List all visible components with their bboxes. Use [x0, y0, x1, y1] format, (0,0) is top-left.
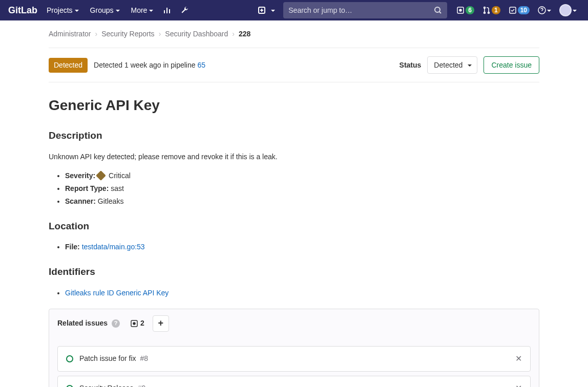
description-text: Unknown API key detected; please remove … — [49, 152, 539, 162]
user-menu[interactable] — [556, 3, 580, 17]
analytics-icon[interactable] — [159, 2, 176, 18]
help-dropdown[interactable] — [535, 5, 554, 15]
issue-id: #8 — [140, 353, 149, 364]
issue-icon — [456, 6, 465, 14]
nav-more[interactable]: More — [126, 2, 159, 19]
svg-point-3 — [459, 9, 461, 11]
report-type-item: Report Type: sast — [65, 183, 539, 194]
issue-open-icon — [66, 355, 73, 362]
severity-item: Severity: Critical — [65, 170, 539, 181]
nav-projects[interactable]: Projects — [41, 2, 84, 19]
mr-counter[interactable]: 1 — [479, 5, 503, 15]
issue-open-icon — [66, 385, 73, 388]
identifier-item: Gitleaks rule ID Generic API Key — [65, 288, 539, 298]
svg-point-1 — [435, 7, 440, 12]
issue-id: #9 — [138, 383, 146, 387]
mr-badge: 1 — [492, 6, 500, 14]
identifiers-heading: Identifiers — [49, 265, 539, 280]
todo-badge: 10 — [518, 6, 530, 14]
crumb-current: 228 — [239, 29, 250, 39]
issue-icon — [130, 319, 138, 328]
related-issue-row[interactable]: Patch issue for fix #8 ✕ — [57, 346, 531, 372]
related-count: 2 — [130, 318, 144, 329]
page-title: Generic API Key — [49, 95, 539, 116]
todo-icon — [509, 6, 517, 14]
issue-title: Patch issue for fix — [79, 353, 136, 364]
search-icon — [434, 6, 442, 14]
chevron-down-icon — [468, 64, 472, 67]
file-item: File: testdata/main.go:53 — [65, 242, 539, 252]
avatar — [559, 4, 572, 16]
scanner-item: Scanner: Gitleaks — [65, 196, 539, 207]
identifier-link[interactable]: Gitleaks rule ID Generic API Key — [65, 289, 169, 297]
status-header: Detected Detected 1 week ago in pipeline… — [49, 48, 539, 82]
nav-groups[interactable]: Groups — [85, 2, 125, 19]
remove-related-button[interactable]: ✕ — [515, 382, 522, 388]
issue-title: Security Release — [79, 383, 134, 387]
location-heading: Location — [49, 219, 539, 234]
question-icon — [538, 6, 546, 14]
severity-critical-icon — [96, 170, 106, 181]
create-issue-button[interactable]: Create issue — [484, 56, 539, 74]
chevron-down-icon — [573, 10, 577, 12]
file-link[interactable]: testdata/main.go:53 — [82, 243, 145, 251]
related-issue-row[interactable]: Security Release #9 ✕ — [57, 376, 531, 388]
todo-counter[interactable]: 10 — [506, 5, 533, 15]
search-input[interactable] — [288, 6, 434, 14]
status-dropdown[interactable]: Detected — [427, 56, 477, 74]
chevron-down-icon — [271, 10, 275, 12]
crumb-admin[interactable]: Administrator — [49, 29, 91, 39]
svg-point-10 — [133, 322, 135, 325]
add-related-button[interactable]: + — [153, 315, 169, 332]
crumb-dashboard[interactable]: Security Dashboard — [165, 29, 228, 39]
related-issues-panel: Related issues ? 2 + Patch issue for fix… — [49, 309, 539, 388]
issues-counter[interactable]: 6 — [453, 5, 477, 15]
help-icon[interactable]: ? — [112, 319, 120, 328]
top-navbar: GitLab Projects Groups More 6 1 10 — [0, 0, 588, 20]
status-label: Status — [400, 60, 422, 71]
chevron-down-icon — [75, 10, 79, 12]
description-heading: Description — [49, 128, 539, 143]
gitlab-logo[interactable]: GitLab — [8, 4, 37, 17]
new-dropdown[interactable] — [254, 2, 275, 18]
wrench-icon[interactable] — [177, 2, 193, 18]
chevron-down-icon — [149, 10, 153, 12]
plus-icon — [254, 2, 270, 18]
chevron-down-icon — [547, 10, 551, 12]
remove-related-button[interactable]: ✕ — [515, 353, 522, 365]
merge-request-icon — [482, 6, 491, 14]
status-chip: Detected — [49, 58, 88, 73]
related-title: Related issues — [57, 318, 108, 329]
status-text: Detected 1 week ago in pipeline 65 — [94, 60, 205, 71]
chevron-down-icon — [116, 10, 120, 12]
global-search[interactable] — [283, 2, 447, 18]
crumb-reports[interactable]: Security Reports — [101, 29, 154, 39]
pipeline-link[interactable]: 65 — [197, 61, 205, 69]
breadcrumb: Administrator› Security Reports› Securit… — [49, 20, 539, 48]
issues-badge: 6 — [466, 6, 474, 14]
